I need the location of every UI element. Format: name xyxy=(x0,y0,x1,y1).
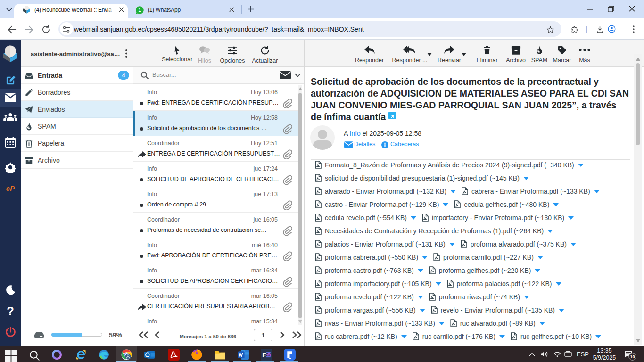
svg-text:F: F xyxy=(262,352,266,359)
svg-text:10: 10 xyxy=(630,354,635,359)
svg-text:1: 1 xyxy=(139,7,141,13)
